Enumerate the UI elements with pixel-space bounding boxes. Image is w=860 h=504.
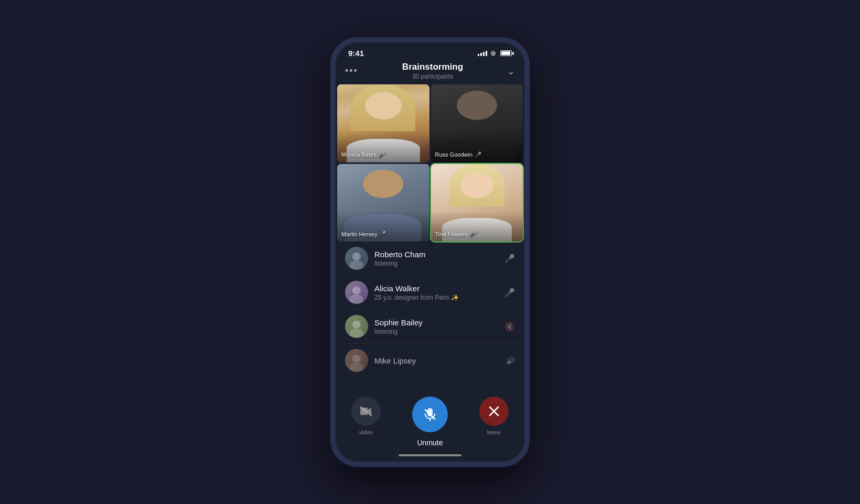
video-button[interactable]: video <box>351 397 381 435</box>
svg-marker-2 <box>368 408 371 415</box>
controls-row: video <box>346 397 514 435</box>
participants-count: 30 participants <box>402 73 463 80</box>
participant-name-alicia: Alicia Walker <box>374 284 504 293</box>
phone-frame: 9:41 ⊛ ••• Brainstorming 30 participants <box>330 37 530 467</box>
participant-item-sophie[interactable]: Sophie Bailey listening 🔇 <box>338 310 522 344</box>
mute-circle <box>412 397 448 432</box>
mic-icon-video: 🎤 <box>379 231 386 237</box>
unmute-main-label: Unmute <box>346 439 514 447</box>
status-time: 9:41 <box>348 49 364 58</box>
participant-status-roberto: listening <box>374 260 504 267</box>
call-title-block: Brainstorming 30 participants <box>402 62 463 80</box>
leave-label: leave <box>487 429 501 435</box>
participant-name-video: Monica Bates <box>341 151 377 158</box>
video-circle <box>351 397 381 426</box>
call-title: Brainstorming <box>402 62 463 72</box>
participant-status-alicia: 25 y.o. designer from Paris ✨ <box>374 294 504 301</box>
participant-item-mike[interactable]: Mike Lipsey 🔊 <box>338 344 522 378</box>
participant-name-video: Martin Hersey <box>341 231 377 237</box>
unmute-button[interactable] <box>412 397 448 435</box>
phone-screen: 9:41 ⊛ ••• Brainstorming 30 participants <box>336 42 524 462</box>
participant-item-roberto[interactable]: Roberto Cham listening 🎤 <box>338 242 522 276</box>
call-header: ••• Brainstorming 30 participants ⌄ <box>336 60 524 84</box>
participant-info-sophie: Sophie Bailey listening <box>374 318 504 335</box>
avatar-alicia <box>345 281 368 304</box>
video-cell-monica[interactable]: Monica Bates 🎤 <box>337 84 429 162</box>
mic-muted-icon-sophie: 🔇 <box>504 322 515 332</box>
home-bar <box>399 454 461 456</box>
mic-icon-roberto: 🎤 <box>504 254 515 264</box>
mic-icon-mike: 🔊 <box>506 356 515 365</box>
leave-circle <box>479 397 509 426</box>
mic-icon-video: 🎤 <box>470 231 477 237</box>
avatar-sophie <box>345 315 368 338</box>
participant-name-video: Tina Flowers <box>435 231 468 237</box>
status-bar: 9:41 ⊛ <box>336 42 524 60</box>
participant-info-alicia: Alicia Walker 25 y.o. designer from Pari… <box>374 284 504 301</box>
video-cell-russ[interactable]: Russ Goodwin 🎤 <box>431 84 523 162</box>
signal-bars-icon <box>478 51 487 56</box>
participant-name-sophie: Sophie Bailey <box>374 318 504 327</box>
chevron-down-icon[interactable]: ⌄ <box>507 65 515 77</box>
participant-name-roberto: Roberto Cham <box>374 250 504 259</box>
participant-status-sophie: listening <box>374 328 504 335</box>
video-cell-tina[interactable]: Tina Flowers 🎤 <box>431 164 523 242</box>
mic-icon-video: 🎤 <box>379 151 386 158</box>
video-cell-martin[interactable]: Martin Hersey 🎤 <box>337 164 429 242</box>
more-options-button[interactable]: ••• <box>345 65 358 76</box>
avatar-mike <box>345 349 368 372</box>
video-label-martin: Martin Hersey 🎤 <box>341 231 386 237</box>
video-grid: Monica Bates 🎤 Russ Goodwin 🎤 <box>336 84 524 242</box>
video-label-russ: Russ Goodwin 🎤 <box>435 151 482 158</box>
participant-item-alicia[interactable]: Alicia Walker 25 y.o. designer from Pari… <box>338 276 522 310</box>
home-indicator <box>336 451 524 462</box>
leave-button[interactable]: leave <box>479 397 509 435</box>
mic-icon-video: 🎤 <box>475 151 482 158</box>
avatar-roberto <box>345 247 368 270</box>
video-label-monica: Monica Bates 🎤 <box>341 151 386 158</box>
wifi-icon: ⊛ <box>490 49 496 57</box>
bottom-controls: video <box>336 390 524 451</box>
mic-icon-alicia: 🎤 <box>504 288 515 298</box>
participants-list: Roberto Cham listening 🎤 Alicia Walker 2… <box>336 242 524 390</box>
video-label: video <box>359 429 373 435</box>
participant-name-video: Russ Goodwin <box>435 151 473 158</box>
battery-icon <box>500 50 512 56</box>
participant-name-mike: Mike Lipsey <box>374 356 506 365</box>
video-label-tina: Tina Flowers 🎤 <box>435 231 478 237</box>
participant-info-mike: Mike Lipsey <box>374 356 506 365</box>
status-icons: ⊛ <box>478 49 512 57</box>
participant-info-roberto: Roberto Cham listening <box>374 250 504 267</box>
